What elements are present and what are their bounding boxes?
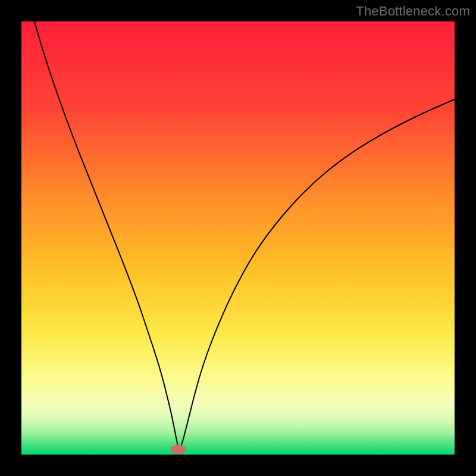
bottleneck-curve xyxy=(21,21,455,455)
optimal-point-marker xyxy=(170,444,186,454)
chart-frame: TheBottleneck.com xyxy=(0,0,476,476)
plot-area xyxy=(21,21,455,455)
watermark-text: TheBottleneck.com xyxy=(356,4,470,19)
